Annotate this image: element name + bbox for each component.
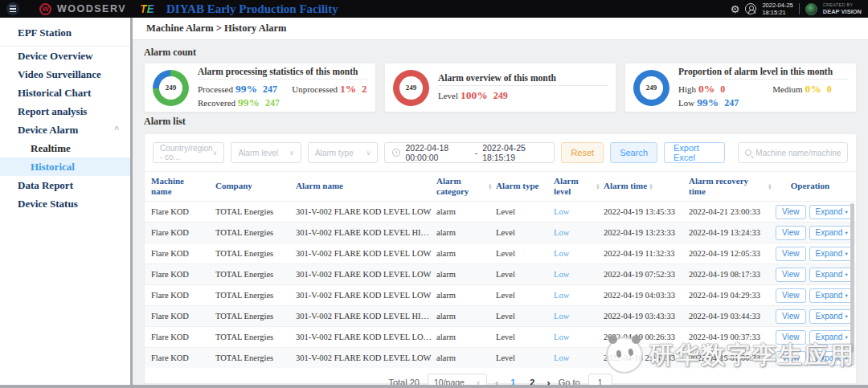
alarm-recovery-time-cell: 2022-04-19 00:37:33	[689, 333, 776, 341]
stat-percent: 100%	[461, 89, 488, 101]
sort-icon[interactable]: ▴▾	[489, 183, 491, 190]
stat-label: Level	[438, 91, 458, 100]
stat-percent: 99%	[238, 96, 260, 108]
alarm-count-section-title: Alarm count	[144, 47, 857, 59]
summary-cards: 249 Alarm processing statistics of this …	[144, 63, 857, 112]
alarm-name-cell: 301-V-002 FLARE KOD LEVEL LOW	[296, 353, 436, 362]
table-row: Flare KOD TOTAL Energies 301-V-002 FLARE…	[145, 305, 856, 326]
stat-item: Recovered99%247	[198, 96, 292, 109]
column-header: Alarm name ▴▾	[296, 181, 436, 191]
column-header-label: Alarm level	[554, 176, 594, 197]
operation-cell: View Expand▾	[776, 268, 854, 282]
view-button[interactable]: View	[776, 288, 806, 303]
sidebar-item[interactable]: Historical Chart	[0, 84, 130, 102]
column-header: Alarm type ▴▾	[496, 181, 554, 191]
sidebar-item[interactable]: Realtime	[0, 139, 130, 157]
alarm-level-cell[interactable]: Low	[554, 333, 604, 341]
view-button[interactable]: View	[776, 330, 806, 345]
operation-cell: View Expand▾	[776, 309, 854, 324]
column-header: Company ▴▾	[215, 181, 296, 191]
donut-total: 249	[406, 84, 417, 92]
sidebar-item[interactable]: Device Alarm ^	[0, 120, 130, 139]
gear-icon[interactable]: ⚙	[731, 4, 740, 14]
country-region-select[interactable]: Country/region - co... ∨	[153, 142, 224, 163]
alarm-time-cell: 2022-04-19 13:23:33	[604, 228, 689, 237]
alarm-recovery-time-cell: 2022-04-19 13:24:33	[689, 228, 776, 237]
expand-button[interactable]: Expand▾	[809, 309, 854, 324]
stat-count: 247	[724, 97, 739, 108]
table-row: Flare KOD TOTAL Energies 301-V-002 FLARE…	[145, 222, 856, 243]
machine-search-input[interactable]	[755, 149, 841, 157]
operation-cell: View Expand▾	[776, 226, 854, 240]
view-button[interactable]: View	[776, 205, 806, 219]
reset-button[interactable]: Reset	[561, 142, 604, 163]
machine-search-box[interactable]	[738, 142, 848, 163]
column-header-label: Machine name	[151, 176, 206, 197]
alarm-level-cell[interactable]: Low	[554, 249, 604, 258]
alarm-category-cell: alarm	[436, 207, 496, 216]
view-button[interactable]: View	[776, 351, 806, 366]
expand-button[interactable]: Expand▾	[809, 226, 854, 240]
alarm-recovery-time-cell: 2022-04-21 23:00:33	[689, 207, 776, 216]
alarm-type-cell: Level	[496, 207, 554, 216]
alarm-level-select[interactable]: Alarm level ∨	[231, 142, 301, 163]
alarm-category-cell: alarm	[436, 228, 496, 237]
sort-icon[interactable]: ▴▾	[596, 183, 599, 190]
sidebar-item[interactable]: Device Overview	[0, 47, 130, 65]
card-title: Alarm processing statistics of this mont…	[198, 67, 367, 80]
view-button[interactable]: View	[776, 226, 806, 240]
stat-count: 247	[263, 84, 277, 95]
hamburger-menu-button[interactable]	[6, 2, 19, 15]
sidebar-item[interactable]: Historical	[0, 157, 130, 176]
caret-down-icon: ▾	[845, 251, 847, 257]
machine-name-cell: Flare KOD	[151, 312, 215, 321]
column-header-label: Alarm category	[436, 176, 486, 197]
sort-icon[interactable]: ▴▾	[649, 183, 652, 190]
sidebar-item[interactable]: Report analysis	[0, 102, 130, 120]
column-header-label: Company	[215, 181, 252, 191]
machine-name-cell: Flare KOD	[151, 249, 215, 258]
alarm-type-cell: Level	[496, 270, 554, 279]
expand-button[interactable]: Expand▾	[809, 288, 854, 303]
breadcrumb: Machine Alarm > History Alarm	[133, 18, 868, 40]
stat-count: 249	[493, 90, 508, 101]
expand-button[interactable]: Expand▾	[809, 268, 854, 282]
alarm-time-cell: 2022-04-19 13:45:33	[604, 207, 689, 216]
expand-button[interactable]: Expand▾	[809, 205, 854, 219]
expand-button[interactable]: Expand▾	[809, 351, 854, 366]
column-header-label: Alarm type	[496, 181, 538, 191]
user-icon[interactable]	[745, 3, 756, 14]
sidebar-item[interactable]: Device Status	[0, 194, 130, 213]
export-excel-button[interactable]: Export Excel	[664, 142, 725, 163]
alarm-level-cell[interactable]: Low	[554, 291, 604, 300]
alarm-level-cell[interactable]: Low	[554, 312, 604, 321]
sidebar-item[interactable]: Video Surveillance	[0, 65, 130, 84]
view-button[interactable]: View	[776, 309, 806, 324]
alarm-type-select[interactable]: Alarm type ∨	[308, 142, 379, 163]
operation-cell: View Expand▾	[776, 205, 854, 219]
sidebar-item[interactable]: Data Report	[0, 176, 130, 194]
table-scrollbar[interactable]	[850, 203, 854, 353]
operation-cell: View Expand▾	[776, 288, 854, 303]
alarm-level-cell[interactable]: Low	[554, 270, 604, 279]
horizontal-scrollbar[interactable]	[0, 385, 868, 388]
expand-button[interactable]: Expand▾	[809, 247, 854, 261]
alarm-level-cell[interactable]: Low	[554, 207, 604, 216]
sidebar-station-header[interactable]: EPF Station	[0, 19, 130, 47]
alarm-level-cell[interactable]: Low	[554, 228, 604, 237]
search-button[interactable]: Search	[610, 142, 657, 163]
view-button[interactable]: View	[776, 268, 806, 282]
expand-button[interactable]: Expand▾	[809, 330, 854, 345]
alarm-level-cell[interactable]: Low	[554, 353, 604, 362]
alarm-recovery-time-cell: 2022-04-19 08:17:33	[689, 270, 776, 279]
stat-percent: 99%	[235, 83, 257, 95]
stat-item: Processed99%247	[198, 83, 292, 96]
woodserv-logo-icon: W	[39, 3, 51, 15]
daterange-picker[interactable]: 2022-04-18 00:00:00 - 2022-04-25 18:15:1…	[384, 142, 555, 163]
view-button[interactable]: View	[776, 247, 806, 261]
sidebar-item-label: Report analysis	[18, 105, 87, 118]
sort-icon[interactable]: ▴▾	[768, 183, 771, 190]
alarm-summary-card: 249 Proportion of alarm level in this mo…	[624, 63, 857, 112]
chevron-down-icon: ∨	[366, 149, 371, 157]
table-row: Flare KOD TOTAL Energies 301-V-002 FLARE…	[145, 243, 856, 263]
